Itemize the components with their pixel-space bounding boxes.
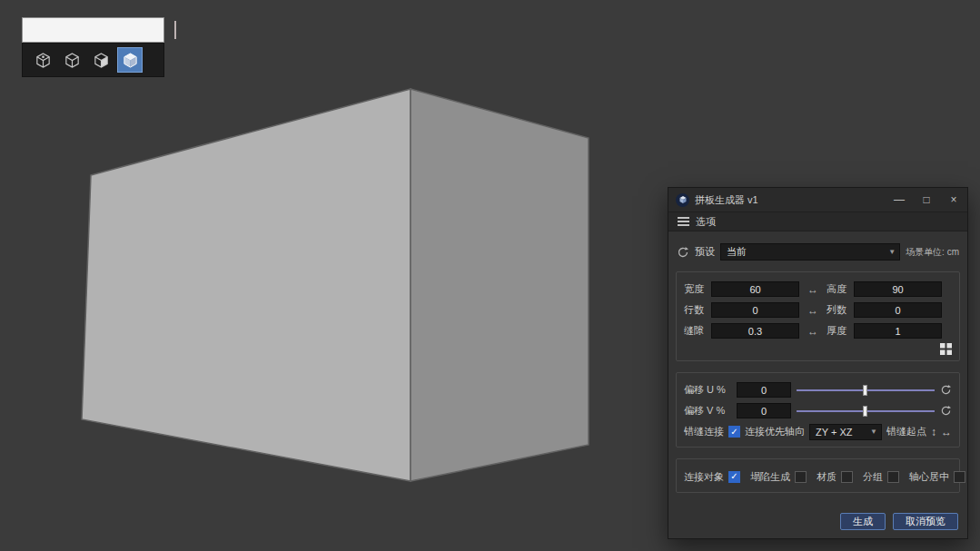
minimize-button[interactable]: — [886, 188, 913, 212]
options-group: 连接对象 塌陷生成 材质 分组 轴心居中 [676, 458, 960, 493]
slider-handle[interactable] [863, 385, 867, 396]
preset-refresh-icon[interactable] [677, 246, 689, 259]
stagger-start-horizontal-icon[interactable]: ↔ [941, 426, 952, 438]
chevron-down-icon: ▼ [866, 428, 881, 436]
connect-label: 连接对象 [684, 470, 724, 484]
cols-label: 列数 [827, 303, 848, 317]
slider-handle[interactable] [863, 406, 867, 417]
axis-priority-label: 连接优先轴向 [745, 425, 805, 438]
offset-u-field[interactable] [737, 382, 791, 398]
offset-u-row: 偏移 U % [684, 379, 952, 400]
axis-priority-value: ZY + XZ [816, 427, 852, 438]
stagger-row: 错缝连接 连接优先轴向 ZY + XZ ▼ 错缝起点 ↕ ↔ [684, 421, 952, 442]
gap-thickness-row: 缝隙 ↔ 厚度 [684, 320, 952, 341]
offset-v-field[interactable] [737, 403, 791, 418]
generate-button[interactable]: 生成 [840, 513, 886, 530]
preset-row: 预设 当前 ▼ 场景单位: cm [677, 243, 959, 261]
preset-value: 当前 [727, 245, 747, 259]
grid-icon[interactable] [940, 343, 952, 355]
action-buttons: 生成 取消预览 [840, 513, 958, 530]
box-left-face[interactable] [82, 89, 411, 481]
preset-label: 预设 [695, 245, 715, 259]
rows-label: 行数 [684, 303, 706, 317]
scene-units-label: 场景单位: cm [906, 246, 959, 259]
offset-v-row: 偏移 V % [684, 400, 952, 421]
pivot-label: 轴心居中 [909, 470, 949, 484]
collapse-option: 塌陷生成 [750, 470, 807, 484]
material-option: 材质 [817, 470, 853, 484]
height-label: 高度 [827, 282, 848, 296]
chevron-down-icon: ▼ [885, 248, 899, 256]
stagger-label: 错缝连接 [684, 425, 724, 438]
cancel-preview-button[interactable]: 取消预览 [893, 513, 958, 530]
thickness-label: 厚度 [827, 324, 848, 338]
collapse-label: 塌陷生成 [750, 470, 790, 484]
options-row: 连接对象 塌陷生成 材质 分组 轴心居中 [684, 466, 952, 487]
group-label: 分组 [863, 470, 883, 484]
dialog-title: 拼板生成器 v1 [695, 193, 886, 207]
close-button[interactable]: × [940, 188, 967, 212]
stagger-checkbox[interactable] [728, 426, 740, 438]
rows-cols-row: 行数 ↔ 列数 [684, 300, 952, 320]
axis-priority-dropdown[interactable]: ZY + XZ ▼ [809, 424, 882, 440]
pivot-checkbox[interactable] [954, 471, 965, 483]
connect-option: 连接对象 [684, 470, 740, 484]
material-checkbox[interactable] [841, 471, 853, 483]
offset-u-reset-icon[interactable] [940, 384, 952, 396]
swap-rows-cols-icon[interactable]: ↔ [805, 304, 821, 317]
offset-u-label: 偏移 U % [684, 383, 731, 397]
box-right-face[interactable] [411, 89, 589, 481]
offset-v-slider[interactable] [797, 405, 935, 418]
width-height-row: 宽度 ↔ 高度 [684, 279, 952, 300]
maximize-button[interactable]: □ [913, 188, 940, 212]
width-field[interactable] [711, 281, 799, 297]
thickness-field[interactable] [854, 323, 942, 339]
dimensions-group: 宽度 ↔ 高度 行数 ↔ 列数 缝隙 ↔ 厚度 [676, 271, 960, 361]
panel-generator-dialog: 拼板生成器 v1 — □ × 选项 预设 当前 ▼ 场景单位: cm 宽度 ↔ … [668, 187, 968, 539]
stagger-start-label: 错缝起点 [886, 425, 926, 438]
offset-v-label: 偏移 V % [684, 404, 731, 418]
app-cube-icon [676, 193, 689, 207]
stagger-start-vertical-icon[interactable]: ↕ [931, 426, 936, 438]
group-checkbox[interactable] [887, 471, 899, 483]
hamburger-menu-icon[interactable] [678, 217, 689, 226]
grid-row [684, 341, 952, 356]
gap-field[interactable] [711, 323, 799, 339]
width-label: 宽度 [684, 282, 706, 296]
menu-options[interactable]: 选项 [696, 215, 716, 229]
gap-label: 缝隙 [684, 324, 706, 338]
offset-u-slider[interactable] [797, 384, 935, 397]
offset-v-reset-icon[interactable] [940, 405, 952, 417]
swap-gap-thickness-icon[interactable]: ↔ [805, 325, 821, 338]
height-field[interactable] [854, 281, 942, 297]
offset-group: 偏移 U % 偏移 V % 错缝连接 [676, 372, 960, 448]
dialog-menubar: 选项 [668, 212, 967, 231]
stagger-start-icons: ↕ ↔ [931, 426, 952, 438]
rows-field[interactable] [711, 302, 799, 318]
viewport-3d[interactable] [0, 0, 636, 508]
preset-dropdown[interactable]: 当前 ▼ [720, 243, 900, 261]
group-option: 分组 [863, 470, 899, 484]
cols-field[interactable] [854, 302, 942, 318]
collapse-checkbox[interactable] [795, 471, 807, 483]
connect-checkbox[interactable] [728, 471, 740, 483]
pivot-option: 轴心居中 [909, 470, 965, 484]
material-label: 材质 [817, 470, 836, 484]
swap-width-height-icon[interactable]: ↔ [805, 283, 821, 296]
dialog-titlebar[interactable]: 拼板生成器 v1 — □ × [668, 188, 967, 212]
